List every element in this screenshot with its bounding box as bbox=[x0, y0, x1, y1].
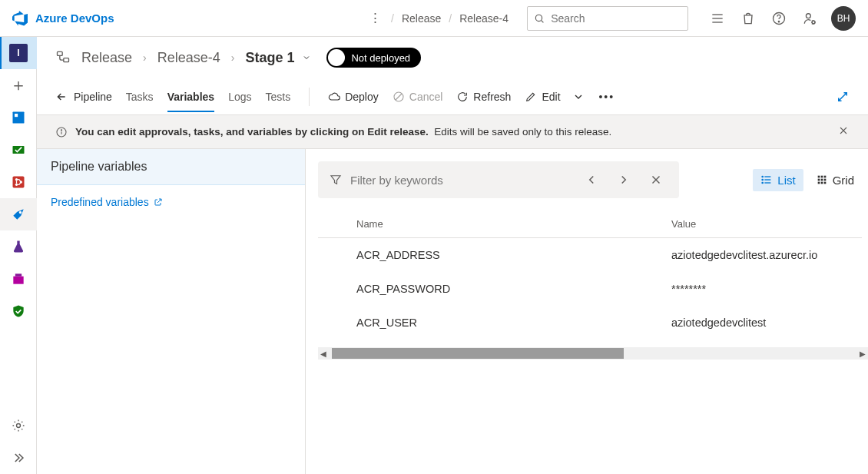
nav-artifacts-lab[interactable] bbox=[0, 230, 37, 263]
crumb-release[interactable]: Release bbox=[81, 50, 132, 66]
info-close-button[interactable] bbox=[837, 124, 850, 139]
nav-settings[interactable] bbox=[0, 409, 37, 442]
chevron-down-icon bbox=[302, 53, 311, 62]
crumb-release-n[interactable]: Release-4 bbox=[157, 50, 220, 66]
more-button[interactable]: ••• bbox=[598, 91, 615, 103]
variables-side-panel: Pipeline variables Predefined variables bbox=[37, 149, 306, 474]
table-row[interactable]: ACR_ADDRESS aziotedgedevclitest.azurecr.… bbox=[318, 238, 862, 272]
search-input[interactable] bbox=[551, 12, 681, 25]
col-header-value[interactable]: Value bbox=[671, 218, 696, 230]
nav-test-plans[interactable] bbox=[0, 134, 37, 166]
brand-label: Azure DevOps bbox=[35, 12, 114, 25]
svg-rect-24 bbox=[64, 58, 69, 61]
col-header-name[interactable]: Name bbox=[356, 218, 671, 230]
edit-button[interactable]: Edit bbox=[525, 91, 585, 103]
chevron-right-icon: › bbox=[231, 51, 235, 64]
pipeline-variables-heading[interactable]: Pipeline variables bbox=[37, 149, 305, 185]
suite-breadcrumb: / Release / Release-4 bbox=[391, 12, 509, 25]
svg-point-22 bbox=[17, 424, 21, 428]
view-grid-button[interactable]: Grid bbox=[808, 169, 862, 191]
tab-variables[interactable]: Variables bbox=[167, 81, 215, 112]
scroll-left-icon[interactable]: ◀ bbox=[318, 348, 329, 359]
nav-add[interactable]: ＋ bbox=[0, 69, 37, 101]
close-icon bbox=[649, 173, 663, 187]
nav-pipelines[interactable] bbox=[0, 198, 37, 230]
project-tile[interactable]: I bbox=[0, 37, 37, 69]
breadcrumb-release-n[interactable]: Release-4 bbox=[459, 12, 509, 25]
nav-repos[interactable] bbox=[0, 166, 37, 198]
expand-icon bbox=[836, 90, 850, 104]
cancel-button: Cancel bbox=[393, 91, 443, 103]
table-row[interactable]: ACR_USER aziotedgedevclitest bbox=[318, 306, 862, 340]
breadcrumb-menu-icon[interactable]: ⋮ bbox=[366, 8, 385, 28]
suite-header: Azure DevOps ⋮ / Release / Release-4 BH bbox=[0, 0, 868, 37]
info-bar: You can edit approvals, tasks, and varia… bbox=[37, 115, 868, 149]
horizontal-scrollbar[interactable]: ◀ ▶ bbox=[318, 347, 868, 360]
svg-point-9 bbox=[778, 21, 779, 22]
view-list-label: List bbox=[777, 174, 795, 187]
variables-table: Name Value ACR_ADDRESS aziotedgedevclite… bbox=[318, 212, 868, 340]
crumb-stage[interactable]: Stage 1 bbox=[245, 50, 311, 66]
filter-icon bbox=[329, 173, 343, 187]
repos-icon bbox=[11, 174, 26, 190]
info-rest: Edits will be saved only to this release… bbox=[434, 126, 611, 138]
nav-compliance[interactable] bbox=[0, 295, 37, 327]
user-settings-icon[interactable] bbox=[794, 3, 825, 34]
scroll-right-icon[interactable]: ▶ bbox=[857, 348, 868, 359]
search-box[interactable] bbox=[527, 6, 688, 31]
view-list-button[interactable]: List bbox=[753, 169, 803, 191]
project-initial: I bbox=[9, 44, 28, 62]
nav-rail: I ＋ bbox=[0, 37, 37, 474]
cancel-label: Cancel bbox=[409, 91, 443, 103]
scroll-thumb[interactable] bbox=[332, 348, 624, 359]
search-icon bbox=[534, 12, 545, 25]
refresh-icon bbox=[456, 91, 469, 103]
table-row[interactable]: ACR_PASSWORD ******** bbox=[318, 272, 862, 306]
tab-logs[interactable]: Logs bbox=[228, 81, 251, 112]
breadcrumb-release[interactable]: Release bbox=[402, 12, 441, 25]
brand[interactable]: Azure DevOps bbox=[12, 11, 189, 26]
nav-artifacts[interactable] bbox=[0, 263, 37, 295]
backlog-icon[interactable] bbox=[702, 3, 733, 34]
nav-collapse[interactable] bbox=[0, 442, 37, 474]
svg-rect-20 bbox=[13, 277, 23, 284]
back-to-pipeline[interactable]: Pipeline bbox=[55, 91, 112, 103]
svg-rect-15 bbox=[13, 177, 25, 188]
cell-value: aziotedgedevclitest bbox=[671, 317, 766, 329]
filter-box[interactable] bbox=[318, 161, 679, 198]
filter-clear-button[interactable] bbox=[644, 167, 668, 192]
view-toggle: List Grid bbox=[753, 169, 862, 191]
deploy-status-pill[interactable]: Not deployed bbox=[326, 48, 421, 68]
filter-input[interactable] bbox=[350, 174, 571, 187]
svg-rect-40 bbox=[817, 176, 820, 178]
grid-icon bbox=[816, 174, 828, 186]
filter-next-button[interactable] bbox=[611, 167, 636, 192]
marketplace-icon[interactable] bbox=[733, 3, 764, 34]
tab-tests[interactable]: Tests bbox=[265, 81, 290, 112]
tab-tasks[interactable]: Tasks bbox=[126, 81, 154, 112]
expand-button[interactable] bbox=[836, 90, 850, 104]
deploy-button[interactable]: Deploy bbox=[328, 91, 379, 103]
chevron-left-icon bbox=[585, 173, 598, 187]
pipelines-icon bbox=[11, 207, 26, 222]
svg-point-29 bbox=[61, 129, 61, 130]
toggle-knob bbox=[328, 49, 345, 66]
help-icon[interactable] bbox=[764, 3, 794, 34]
artifacts-icon bbox=[11, 271, 26, 287]
chevron-right-icon: › bbox=[143, 51, 147, 64]
avatar[interactable]: BH bbox=[831, 6, 856, 31]
cell-name: ACR_USER bbox=[356, 317, 671, 329]
pencil-icon bbox=[525, 91, 537, 103]
arrow-left-icon bbox=[55, 91, 68, 103]
plus-icon: ＋ bbox=[10, 74, 27, 97]
svg-point-11 bbox=[812, 21, 815, 24]
svg-rect-48 bbox=[823, 182, 826, 184]
svg-point-10 bbox=[806, 13, 810, 18]
predefined-variables-link[interactable]: Predefined variables bbox=[37, 185, 305, 219]
svg-rect-23 bbox=[58, 51, 63, 55]
refresh-button[interactable]: Refresh bbox=[456, 91, 511, 103]
svg-rect-46 bbox=[817, 182, 820, 184]
svg-rect-44 bbox=[820, 179, 823, 181]
cancel-icon bbox=[393, 91, 405, 103]
nav-boards[interactable] bbox=[0, 101, 37, 134]
